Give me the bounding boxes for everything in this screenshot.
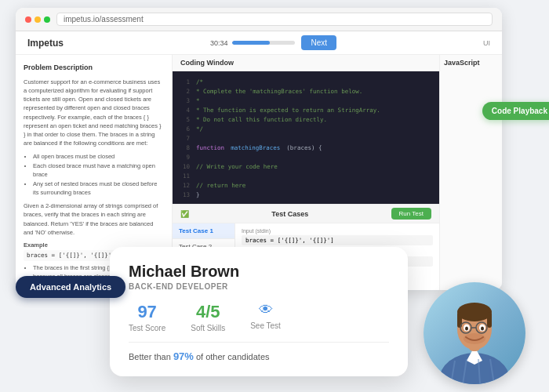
code-line: 1/* bbox=[179, 78, 433, 87]
code-window-title: Coding Window bbox=[180, 59, 234, 67]
header-icons: UI bbox=[483, 39, 490, 47]
code-line: 13} bbox=[179, 191, 433, 200]
profile-stats: 97 Test Score 4/5 Soft Skills 👁 See Test bbox=[129, 302, 389, 332]
avatar bbox=[424, 282, 525, 384]
code-window-header: Coding Window bbox=[173, 55, 439, 71]
right-panel: JavaScript bbox=[439, 55, 502, 290]
browser-url: impetus.io/assessment bbox=[56, 13, 493, 26]
input-label: Input (stdin) bbox=[242, 228, 433, 234]
progress-fill bbox=[232, 41, 270, 45]
footer-percent: 97% bbox=[173, 350, 194, 362]
code-line: 3 * bbox=[179, 96, 433, 106]
test-cases-header: ✅ Test Cases Run Test bbox=[173, 205, 439, 223]
profile-card: Michael Brown BACK-END DEVELOPER 97 Test… bbox=[110, 247, 408, 376]
svg-rect-6 bbox=[487, 312, 492, 328]
footer-suffix: of other candidates bbox=[194, 352, 270, 361]
code-line: 11 bbox=[179, 172, 433, 181]
code-line: 7 bbox=[179, 134, 433, 143]
stat-see-test[interactable]: 👁 See Test bbox=[250, 302, 281, 332]
test-cases-title: Test Cases bbox=[271, 210, 308, 218]
code-line: 8function matchingBraces(braces) { bbox=[179, 143, 433, 153]
code-line: 10 // Write your code here bbox=[179, 162, 433, 172]
list-item: Each closed brace must have a matching o… bbox=[33, 162, 164, 179]
stat-test-score: 97 Test Score bbox=[129, 302, 165, 332]
next-button[interactable]: Next bbox=[301, 35, 336, 50]
avatar-svg bbox=[431, 290, 518, 384]
browser-topbar: impetus.io/assessment bbox=[16, 8, 502, 31]
code-line: 6 */ bbox=[179, 125, 433, 134]
close-dot bbox=[25, 16, 31, 23]
problem-description-text: Customer support for an e-commerce busin… bbox=[24, 78, 164, 148]
test-case-1[interactable]: Test Case 1 bbox=[173, 223, 235, 239]
code-line: 5 * Do not call this function directly. bbox=[179, 115, 433, 125]
header-right: 30:34 Next bbox=[210, 35, 336, 50]
minimize-dot bbox=[35, 16, 41, 23]
stat-soft-skills: 4/5 Soft Skills bbox=[191, 302, 225, 332]
advanced-analytics-button[interactable]: Advanced Analytics bbox=[16, 276, 125, 298]
app-logo: Impetus bbox=[27, 38, 64, 49]
ui-label: UI bbox=[483, 39, 490, 47]
given-text: Given a 2-dimensional array of strings c… bbox=[24, 201, 164, 237]
code-line: 4 * The function is expected to return a… bbox=[179, 106, 433, 115]
see-test-label: See Test bbox=[250, 321, 281, 330]
code-playback-button[interactable]: Code Playback bbox=[482, 102, 549, 120]
footer-text: Better than bbox=[129, 352, 173, 361]
svg-point-9 bbox=[465, 327, 468, 331]
browser-dots bbox=[25, 16, 50, 23]
problem-description-title: Problem Description bbox=[24, 63, 164, 73]
soft-skills-label: Soft Skills bbox=[191, 324, 225, 332]
code-area[interactable]: 1/* 2 * Complete the 'matchingBraces' fu… bbox=[173, 71, 439, 204]
test-score-value: 97 bbox=[137, 302, 156, 322]
maximize-dot bbox=[44, 16, 50, 23]
list-item: All open braces must be closed bbox=[33, 153, 164, 162]
run-test-button[interactable]: Run Test bbox=[391, 208, 431, 220]
soft-skills-value: 4/5 bbox=[196, 302, 220, 322]
app-header: Impetus 30:34 Next UI bbox=[16, 31, 502, 55]
code-line: 9 bbox=[179, 153, 433, 162]
progress-track bbox=[232, 41, 295, 45]
profile-name: Michael Brown bbox=[129, 263, 389, 281]
svg-point-11 bbox=[464, 333, 485, 344]
progress-bar-container: 30:34 bbox=[210, 39, 296, 47]
test-cases-icon: ✅ bbox=[180, 210, 189, 218]
input-value: braces = ['{[]}', '{[]}'] bbox=[242, 235, 433, 245]
profile-footer: Better than 97% of other candidates bbox=[129, 342, 389, 362]
timer: 30:34 bbox=[210, 39, 228, 47]
svg-point-10 bbox=[481, 327, 484, 331]
test-score-label: Test Score bbox=[129, 324, 165, 332]
conditions-list: All open braces must be closed Each clos… bbox=[24, 153, 164, 198]
eye-icon: 👁 bbox=[259, 302, 273, 318]
javascript-label: JavaScript bbox=[444, 59, 498, 67]
code-line: 2 * Complete the 'matchingBraces' functi… bbox=[179, 87, 433, 96]
code-line: 12 // return here bbox=[179, 181, 433, 191]
svg-point-4 bbox=[457, 303, 492, 321]
list-item: Any set of nested braces must be closed … bbox=[33, 180, 164, 197]
profile-role: BACK-END DEVELOPER bbox=[129, 282, 389, 291]
